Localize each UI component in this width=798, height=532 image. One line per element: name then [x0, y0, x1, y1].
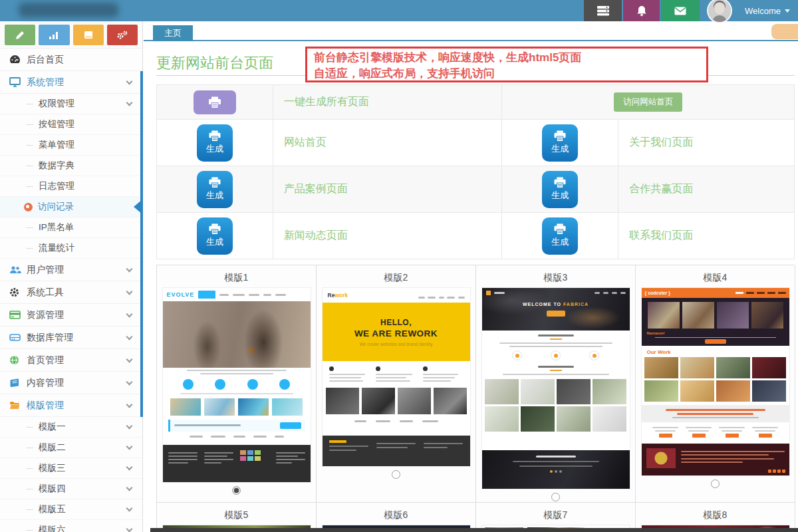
sidebar-item-template-2[interactable]: 模版二	[0, 438, 142, 458]
sidebar-item-label: 模版三	[39, 462, 127, 474]
sidebar-item-system-tools[interactable]: 系统工具	[0, 281, 142, 304]
tree-stub	[27, 124, 33, 125]
sidebar-item-template-4[interactable]: 模版四	[0, 479, 142, 499]
bell-icon	[636, 5, 647, 17]
annotation-line-2: 自适应，响应式布局，支持手机访问	[314, 66, 700, 82]
printer-icon	[553, 177, 567, 188]
thumb-hero: HELLO, WE ARE REWORK We create websites …	[323, 303, 470, 361]
sidebar-item-template-1[interactable]: 模版一	[0, 417, 142, 438]
sidebar-item-dashboard[interactable]: 后台首页	[0, 49, 142, 71]
generate-button-label: 生成	[206, 190, 223, 201]
system-submenu: 权限管理 按钮管理 菜单管理 数据字典 日志管理 访问记录 IP黑名单 流量统计	[0, 94, 142, 259]
template-radio[interactable]	[551, 493, 560, 501]
template-radio[interactable]	[711, 479, 720, 488]
globe-icon	[9, 355, 27, 365]
page-label: 新闻动态页面	[273, 213, 502, 259]
generate-cooperation-button[interactable]: 生成	[542, 171, 578, 208]
chevron-down-icon	[126, 505, 133, 512]
sidebar-item-menus[interactable]: 菜单管理	[0, 135, 142, 156]
tab-home[interactable]: 主页	[153, 25, 193, 41]
notifications-button[interactable]	[623, 0, 660, 21]
corner-widget[interactable]	[771, 24, 798, 39]
tree-stub	[27, 227, 33, 228]
sidebar-item-homepage-management[interactable]: 首页管理	[0, 349, 142, 372]
server-status-button[interactable]	[584, 0, 622, 21]
template-thumbnail[interactable]: EVOLVE	[163, 288, 311, 482]
sidebar-item-template-3[interactable]: 模版三	[0, 458, 142, 479]
tree-stub	[27, 145, 33, 146]
edit-quick-button[interactable]	[5, 25, 35, 45]
tree-stub	[27, 248, 33, 249]
sidebar-item-logs[interactable]: 日志管理	[0, 176, 142, 197]
thumb-slider: Namaste!	[642, 298, 789, 346]
generate-products-button[interactable]: 生成	[197, 171, 233, 208]
book-icon	[84, 31, 93, 39]
sidebar-item-label: 用户管理	[27, 264, 127, 276]
sidebar-item-label: 数据字典	[39, 160, 136, 172]
settings-quick-button[interactable]	[107, 25, 138, 45]
sidebar-item-content-management[interactable]: 内容管理	[0, 372, 142, 394]
tree-stub	[27, 509, 33, 510]
thumb-logo: Rework	[328, 292, 348, 299]
sidebar-item-buttons[interactable]: 按钮管理	[0, 114, 142, 135]
users-icon	[9, 265, 27, 275]
sidebar-item-label: 模版五	[39, 503, 127, 515]
thumb-logo: { codester }	[645, 291, 671, 295]
template-thumbnail[interactable]: Rework HELLO, WE ARE REWORK We create we…	[323, 288, 470, 466]
messages-button[interactable]	[661, 0, 700, 21]
sidebar-item-user-management[interactable]: 用户管理	[0, 259, 142, 281]
generate-contact-button[interactable]: 生成	[542, 217, 578, 255]
sidebar-item-template-6[interactable]: 模版六	[0, 520, 142, 532]
sidebar-item-template-management[interactable]: 模版管理	[0, 394, 142, 417]
template-title: 模版7	[544, 509, 568, 521]
sidebar-item-system-management[interactable]: 系统管理	[0, 71, 142, 94]
sidebar-item-permissions[interactable]: 权限管理	[0, 94, 142, 114]
chevron-down-icon	[126, 100, 133, 106]
chevron-down-icon	[126, 265, 133, 272]
printer-icon	[208, 177, 221, 188]
sidebar-item-data-dictionary[interactable]: 数据字典	[0, 156, 142, 176]
visit-site-button[interactable]: 访问网站首页	[614, 92, 682, 112]
table-row: 生成 新闻动态页面 生成 联系我们页面	[157, 213, 795, 259]
thumb-services	[482, 331, 630, 362]
thumb-works-grid	[482, 379, 630, 432]
tree-stub	[27, 448, 33, 448]
sidebar-item-ip-blacklist[interactable]: IP黑名单	[0, 217, 142, 238]
generate-home-button[interactable]: 生成	[197, 124, 233, 162]
welcome-menu[interactable]: Welcome	[745, 0, 790, 21]
sidebar-active-rail	[140, 71, 143, 417]
generate-all-button[interactable]	[194, 90, 236, 114]
generate-button-label: 生成	[206, 143, 223, 155]
sidebar-item-database-management[interactable]: 数据库管理	[0, 327, 142, 349]
thumb-nav: Rework	[323, 288, 470, 303]
thumb-hero: WELCOME TO FABRICA	[482, 288, 630, 331]
chevron-down-icon	[126, 78, 133, 84]
template-radio[interactable]	[392, 470, 400, 479]
stats-quick-button[interactable]	[39, 25, 69, 45]
docs-quick-button[interactable]	[73, 25, 104, 45]
sidebar-item-visit-records[interactable]: 访问记录	[0, 197, 142, 217]
template-thumbnail[interactable]: WELCOME TO FABRICA	[482, 288, 630, 489]
template-thumbnail[interactable]: { codester } Namaste! Our Work	[642, 288, 789, 475]
template-radio-selected[interactable]	[232, 486, 241, 495]
tree-stub	[27, 530, 33, 531]
tree-stub	[27, 104, 33, 104]
thumb-partner-logos	[163, 432, 311, 442]
sidebar-item-label: 系统管理	[27, 76, 127, 88]
sidebar-item-label: 菜单管理	[39, 139, 136, 151]
table-row: 生成 产品案例页面 生成 合作共赢页面	[157, 166, 795, 213]
sidebar-item-label: IP黑名单	[39, 221, 136, 233]
chevron-down-icon	[785, 9, 790, 13]
sidebar-item-traffic-stats[interactable]: 流量统计	[0, 238, 142, 259]
sidebar-item-label: 权限管理	[39, 98, 127, 110]
sidebar-item-label: 访问记录	[38, 201, 136, 213]
generate-news-button[interactable]: 生成	[197, 217, 233, 255]
template-title: 模版5	[225, 509, 249, 521]
sidebar-menu: 后台首页 系统管理 权限管理 按钮管理 菜单管理 数据字典 日志管理 访问记录 …	[0, 49, 142, 532]
generate-about-button[interactable]: 生成	[542, 124, 578, 162]
printer-icon	[208, 130, 221, 142]
sidebar-item-template-5[interactable]: 模版五	[0, 499, 142, 520]
avatar[interactable]	[707, 0, 732, 23]
thumb-hero-line2: WE ARE REWORK	[354, 329, 438, 338]
sidebar-item-resource-management[interactable]: 资源管理	[0, 304, 142, 327]
